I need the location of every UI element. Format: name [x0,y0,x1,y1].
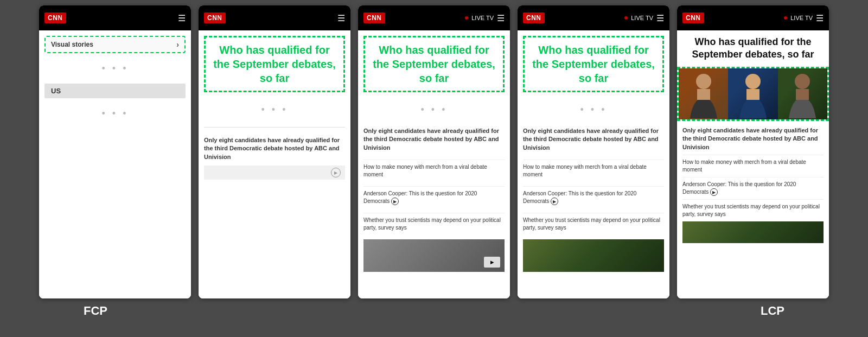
cnn-logo-5: CNN [682,12,704,23]
cnn-header-2: CNN ☰ [199,5,350,30]
svg-rect-5 [796,89,809,100]
play-icon-4: ▶ [551,198,558,205]
video-overlay-3: ▶ [484,257,500,268]
lcp-label: LCP [761,304,784,317]
svg-point-4 [795,74,810,89]
panel-1-fcp: CNN ☰ Visual stories › • • • US • • • [39,5,191,298]
hamburger-menu-4[interactable]: ☰ [656,13,664,23]
fcp-label: FCP [84,304,107,317]
video-thumbnail-4 [523,239,664,272]
live-label-5: LIVE TV [790,15,813,21]
cnn-header-1: CNN ☰ [39,5,191,30]
fcp-label-container: FCP [11,304,180,318]
person-panel-biden [728,68,777,119]
person-silhouette-3 [786,69,819,118]
divider-p2 [204,127,345,128]
cnn-header-3: CNN LIVE TV ☰ [358,5,510,30]
header-right-3: LIVE TV ☰ [465,13,505,23]
loading-dots-p4: • • • [523,99,664,120]
svg-point-0 [696,74,711,89]
live-dot-3 [465,16,468,20]
header-right-4: LIVE TV ☰ [624,13,664,23]
panel-2: CNN ☰ Who has qualified for the Septembe… [199,5,350,298]
article-summary-3: Only eight candidates have already quali… [363,127,505,152]
labels-container: FCP LCP [11,304,857,318]
headline-text-4: Who has qualified for the September deba… [530,43,657,85]
video-thumbnail-3: ▶ [363,239,505,272]
us-tag: US [44,84,186,98]
article-link-4-2[interactable]: Anderson Cooper: This is the question fo… [523,186,664,205]
spacer [180,304,688,318]
phone-body-3: Who has qualified for the September deba… [358,30,510,298]
cnn-header-5: CNN LIVE TV ☰ [677,5,829,30]
hamburger-menu-1[interactable]: ☰ [178,13,186,23]
cnn-logo-3: CNN [363,12,385,23]
person-panel-kamala [679,68,728,119]
play-button-2[interactable]: ▶ [331,168,341,177]
article-body-5: Only eight candidates have already quali… [677,121,829,246]
video-thumbnail-5 [682,221,824,243]
play-icon-5: ▶ [710,188,718,196]
article-summary-5: Only eight candidates have already quali… [682,126,824,151]
person-silhouette-1 [687,69,720,118]
live-label-3: LIVE TV [471,15,494,21]
article-link-3-1[interactable]: How to make money with merch from a vira… [363,160,505,179]
article-link-4-1[interactable]: How to make money with merch from a vira… [523,160,664,179]
loading-dots-p3: • • • [363,99,505,120]
phone-body-1: Visual stories › • • • US • • • [39,30,191,298]
article-summary-2: Only eight candidates have already quali… [204,136,345,161]
person-panel-booker [778,68,827,119]
svg-point-2 [745,74,761,89]
loading-dots-2: • • • [44,103,186,124]
hamburger-menu-3[interactable]: ☰ [497,13,505,23]
hamburger-menu-2[interactable]: ☰ [337,13,345,23]
screenshots-row: CNN ☰ Visual stories › • • • US • • • CN… [11,5,857,298]
loading-dots-1: • • • [44,58,186,79]
headline-container-5: Who has qualified for the September deba… [677,30,829,67]
live-label-4: LIVE TV [631,15,653,21]
video-bar-2: ▶ [204,166,345,180]
headline-text-5: Who has qualified for the September deba… [682,36,824,61]
phone-body-5: Who has qualified for the September deba… [677,30,829,298]
live-dot-4 [624,16,628,20]
person-silhouette-2 [737,69,769,118]
panel-4: CNN LIVE TV ☰ Who has qualified for the … [518,5,669,298]
phone-body-4: Who has qualified for the September deba… [518,30,669,298]
hamburger-menu-5[interactable]: ☰ [816,13,824,23]
article-summary-4: Only eight candidates have already quali… [523,127,664,152]
cnn-logo-2: CNN [204,12,226,23]
lcp-label-container: LCP [688,304,857,318]
article-link-3-3[interactable]: Whether you trust scientists may depend … [363,213,505,232]
svg-rect-3 [746,89,760,100]
cnn-logo-1: CNN [44,12,66,23]
headline-box-3: Who has qualified for the September deba… [363,36,505,92]
panel-3: CNN LIVE TV ☰ Who has qualified for the … [358,5,510,298]
visual-stories-label: Visual stories [51,41,93,48]
svg-rect-1 [697,89,710,100]
headline-box-2: Who has qualified for the September deba… [204,36,345,92]
live-dot-5 [784,16,787,20]
article-link-4-3[interactable]: Whether you trust scientists may depend … [523,213,664,232]
header-right-5: LIVE TV ☰ [784,13,824,23]
article-link-5-2[interactable]: Anderson Cooper: This is the question fo… [682,177,824,196]
headline-box-4: Who has qualified for the September deba… [523,36,664,92]
headline-text-3: Who has qualified for the September deba… [371,43,497,85]
article-link-5-3[interactable]: Whether you trust scientists may depend … [682,199,824,218]
debate-image [677,67,829,121]
panel-5-lcp: CNN LIVE TV ☰ Who has qualified for the … [677,5,829,298]
visual-stories-bar[interactable]: Visual stories › [44,36,186,53]
cnn-logo-4: CNN [523,12,545,23]
article-link-3-2[interactable]: Anderson Cooper: This is the question fo… [363,186,505,205]
phone-body-2: Who has qualified for the September deba… [199,30,350,298]
loading-dots-p2: • • • [204,99,345,120]
article-link-5-1[interactable]: How to make money with merch from a vira… [682,155,824,174]
chevron-right-icon: › [176,40,179,49]
headline-text-2: Who has qualified for the September deba… [211,43,338,85]
play-icon-3: ▶ [391,198,399,205]
cnn-header-4: CNN LIVE TV ☰ [518,5,669,30]
